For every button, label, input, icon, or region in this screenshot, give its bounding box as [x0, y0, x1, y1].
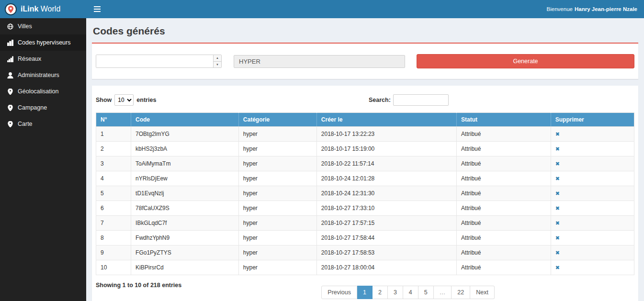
cell-code: FwdhzYphN9 [131, 231, 239, 245]
map-person-icon [7, 6, 14, 13]
pagination-page-5[interactable]: 5 [418, 286, 434, 299]
cell-delete: ✖ [551, 216, 634, 231]
sidebar-item-label: Codes hyperviseurs [18, 39, 70, 46]
sidebar-item-g-olocalisation[interactable]: Géolocalisation [0, 83, 86, 100]
category-field [234, 55, 405, 68]
table-row: 2kbHS2j3zbAhyper2018-10-17 15:19:00Attri… [96, 142, 634, 156]
delete-icon[interactable]: ✖ [555, 220, 560, 226]
cell-number: 6 [96, 201, 131, 216]
cell-category: hyper [238, 171, 316, 186]
brand-title: iLink World [21, 5, 60, 13]
cell-status: Attribué [457, 156, 551, 171]
column-header[interactable]: Créer le [316, 113, 456, 127]
user-menu[interactable]: Bienvenue Hanry Jean-pierre Nzale [547, 0, 644, 18]
pagination-page-2[interactable]: 2 [373, 286, 388, 299]
cell-category: hyper [238, 216, 316, 231]
delete-icon[interactable]: ✖ [555, 190, 560, 196]
cell-status: Attribué [457, 245, 551, 260]
search-label: Search: [369, 97, 391, 103]
codes-table: N°CodeCatégorieCréer leStatutSupprimer 1… [96, 112, 634, 275]
sidebar-item-codes-hyperviseurs[interactable]: Codes hyperviseurs [0, 34, 86, 51]
hamburger-icon[interactable] [86, 0, 108, 18]
sidebar-item-administrateurs[interactable]: Administrateurs [0, 67, 86, 83]
welcome-label: Bienvenue [547, 6, 573, 12]
bar-chart-icon [7, 39, 13, 46]
stepper-arrows: ▲ ▼ [213, 55, 221, 67]
cell-created: 2018-10-27 17:57:15 [316, 216, 456, 231]
column-header[interactable]: Statut [457, 113, 551, 127]
cell-delete: ✖ [551, 186, 634, 201]
pagination: Previous12345…22Next [321, 286, 495, 299]
delete-icon[interactable]: ✖ [555, 235, 560, 241]
cell-status: Attribué [457, 171, 551, 186]
delete-icon[interactable]: ✖ [555, 161, 560, 167]
sidebar-item-campagne[interactable]: Campagne [0, 100, 86, 116]
table-row: 8FwdhzYphN9hyper2018-10-27 17:58:44Attri… [96, 231, 634, 245]
cell-delete: ✖ [551, 245, 634, 260]
table-row: 678fCaUXZ9Shyper2018-10-27 17:33:10Attri… [96, 201, 634, 216]
sidebar-item-r-seaux[interactable]: Réseaux [0, 51, 86, 67]
sidebar-item-label: Villes [18, 23, 32, 30]
search-input[interactable] [393, 94, 449, 106]
show-label: Show [96, 97, 112, 103]
cell-created: 2018-10-22 11:57:14 [316, 156, 456, 171]
column-header[interactable]: Supprimer [551, 113, 634, 127]
topbar: iLink World Bienvenue Hanry Jean-pierre … [0, 0, 644, 18]
user-icon [7, 72, 13, 78]
cell-category: hyper [238, 142, 316, 156]
page-title: Codes générés [93, 25, 637, 37]
delete-icon[interactable]: ✖ [555, 205, 560, 211]
sidebar-item-label: Géolocalisation [18, 88, 58, 95]
cell-number: 7 [96, 216, 131, 231]
sidebar-item-carte[interactable]: Carte [0, 116, 86, 132]
brand-logo-area[interactable]: iLink World [0, 0, 86, 18]
cell-status: Attribué [457, 216, 551, 231]
pagination-page-1[interactable]: 1 [357, 286, 373, 299]
delete-icon[interactable]: ✖ [555, 176, 560, 181]
pagination-page-22[interactable]: 22 [452, 286, 470, 299]
table-row: 10KiBPirsrCdhyper2018-10-27 18:00:04Attr… [96, 260, 634, 275]
cell-delete: ✖ [551, 142, 634, 156]
cell-number: 10 [96, 260, 131, 275]
delete-icon[interactable]: ✖ [555, 250, 560, 256]
delete-icon[interactable]: ✖ [555, 265, 560, 270]
cell-status: Attribué [457, 231, 551, 245]
cell-number: 5 [96, 186, 131, 201]
stepper-up-icon[interactable]: ▲ [214, 55, 221, 62]
delete-icon[interactable]: ✖ [555, 146, 560, 152]
cell-code: kbHS2j3zbA [131, 142, 239, 156]
pagination-page-4[interactable]: 4 [403, 286, 418, 299]
quantity-input[interactable] [96, 55, 213, 67]
delete-icon[interactable]: ✖ [555, 131, 560, 137]
cell-category: hyper [238, 186, 316, 201]
map-marker-icon [7, 121, 13, 127]
cell-delete: ✖ [551, 201, 634, 216]
column-header[interactable]: Code [131, 113, 239, 127]
sidebar-item-label: Campagne [18, 104, 47, 111]
cell-number: 9 [96, 245, 131, 260]
sidebar-item-label: Administrateurs [18, 72, 59, 78]
cell-category: hyper [238, 127, 316, 142]
table-controls: Show 10 entries Search: [96, 90, 634, 112]
stepper-down-icon[interactable]: ▼ [214, 62, 221, 68]
sidebar-item-label: Réseaux [18, 56, 41, 62]
generator-form: ▲ ▼ Generate [96, 54, 634, 68]
generate-button[interactable]: Generate [417, 54, 634, 68]
sidebar-item-label: Carte [18, 121, 33, 127]
cell-code: 7OBtg2lmYG [131, 127, 239, 142]
cell-number: 8 [96, 231, 131, 245]
cell-delete: ✖ [551, 127, 634, 142]
cell-code: 78fCaUXZ9S [131, 201, 239, 216]
column-header[interactable]: N° [96, 113, 131, 127]
pagination-next[interactable]: Next [470, 286, 495, 299]
content-header: Codes générés [86, 18, 644, 43]
cell-delete: ✖ [551, 260, 634, 275]
column-header[interactable]: Catégorie [238, 113, 316, 127]
pagination-previous[interactable]: Previous [321, 286, 357, 299]
pagination-page-3[interactable]: 3 [388, 286, 403, 299]
map-marker-icon [7, 88, 13, 95]
page-length-select[interactable]: 10 [114, 94, 134, 106]
cell-created: 2018-10-17 15:19:00 [316, 142, 456, 156]
sidebar-item-villes[interactable]: Villes [0, 18, 86, 34]
cell-created: 2018-10-27 17:58:53 [316, 245, 456, 260]
